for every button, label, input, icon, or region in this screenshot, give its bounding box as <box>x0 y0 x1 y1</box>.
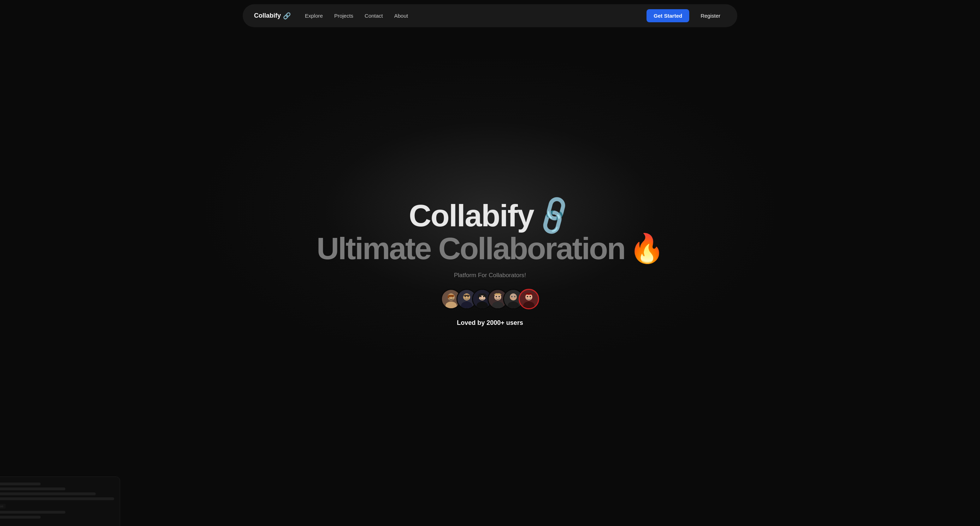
fire-icon: 🔥 <box>629 234 663 263</box>
hero-tagline: Platform For Collaborators! <box>454 272 526 279</box>
mockup-text-row: Rogue <box>0 504 114 508</box>
hero-title-line2: Ultimate Collaboration 🔥 <box>317 232 663 265</box>
avatar-6 <box>519 289 539 309</box>
hero-subtitle-text: Ultimate Collaboration <box>317 232 625 265</box>
mockup-bar-3 <box>0 493 96 495</box>
mockup-bar-4 <box>0 497 114 500</box>
navbar: Collabify 🔗 Explore Projects Contact Abo… <box>243 4 737 27</box>
mockup-bar-1 <box>0 483 41 485</box>
svg-point-21 <box>498 296 500 297</box>
loved-by-text: Loved by 2000+ users <box>457 319 523 327</box>
nav-contact[interactable]: Contact <box>364 13 383 19</box>
brand-name: Collabify <box>254 12 281 19</box>
nav-projects[interactable]: Projects <box>334 13 353 19</box>
hero-title-text: Collabify <box>409 199 534 232</box>
navbar-left: Collabify 🔗 Explore Projects Contact Abo… <box>254 12 408 20</box>
svg-point-20 <box>496 296 497 297</box>
bottom-mockup: Rogue <box>0 477 120 526</box>
nav-about[interactable]: About <box>394 13 408 19</box>
hero-content: Collabify 🔗 Ultimate Collaboration 🔥 Pla… <box>317 199 663 327</box>
nav-explore[interactable]: Explore <box>305 13 323 19</box>
mockup-bar-6 <box>0 516 41 518</box>
svg-rect-6 <box>448 295 449 298</box>
link-icon: 🔗 <box>283 12 291 20</box>
svg-point-31 <box>527 296 528 297</box>
mockup-label: Rogue <box>0 504 6 508</box>
hero-section: Collabify 🔗 Ultimate Collaboration 🔥 Pla… <box>0 0 980 526</box>
get-started-button[interactable]: Get Started <box>646 9 689 22</box>
svg-point-32 <box>530 296 531 297</box>
brand-logo[interactable]: Collabify 🔗 <box>254 12 291 20</box>
mockup-bar-5 <box>0 511 65 513</box>
svg-rect-5 <box>448 295 454 297</box>
register-button[interactable]: Register <box>695 9 726 22</box>
svg-point-27 <box>511 293 515 298</box>
navbar-right: Get Started Register <box>646 9 726 22</box>
avatar-group <box>441 289 539 309</box>
mockup-bar-2 <box>0 488 65 490</box>
nav-links: Explore Projects Contact About <box>305 13 408 19</box>
hero-title-line1: Collabify 🔗 <box>409 199 571 232</box>
